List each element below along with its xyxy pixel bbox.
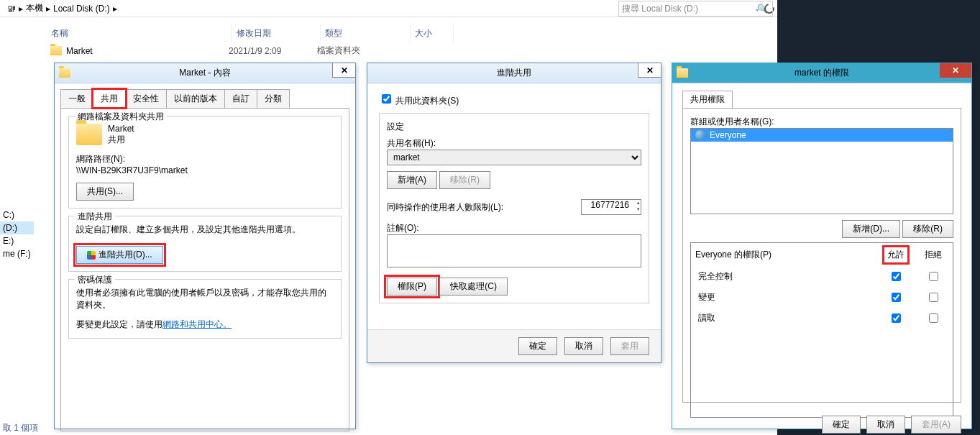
col-name[interactable]: 名稱 — [47, 24, 232, 42]
tab-general[interactable]: 一般 — [60, 89, 93, 108]
search-icon: 🔍 — [757, 4, 768, 14]
adv-desc: 設定自訂權限、建立多個共用，及設定其他進階共用選項。 — [76, 224, 334, 236]
permissions-button[interactable]: 權限(P) — [387, 278, 437, 296]
folder-row-market[interactable]: Market 2021/1/9 2:09 檔案資料夾 — [50, 45, 407, 57]
tab-previous[interactable]: 以前的版本 — [166, 89, 225, 108]
share-button[interactable]: 共用(S)... — [76, 183, 134, 201]
advanced-sharing-button[interactable]: 進階共用(D)... — [76, 246, 163, 264]
sharename-combo[interactable]: market — [387, 150, 641, 165]
close-button[interactable]: ✕ — [940, 63, 971, 78]
group-title: 進階共用 — [75, 211, 115, 223]
remove-button: 移除(R) — [439, 171, 490, 189]
group-title: 網路檔案及資料夾共用 — [75, 111, 167, 123]
column-headers[interactable]: 名稱 修改日期 類型 大小 — [47, 24, 460, 42]
tab-security[interactable]: 安全性 — [125, 89, 167, 108]
tab-custom[interactable]: 自訂 — [224, 89, 257, 108]
cancel-button[interactable]: 取消 — [866, 416, 905, 434]
comment-input[interactable] — [387, 234, 641, 267]
list-item-everyone[interactable]: Everyone — [691, 129, 953, 142]
tree-e[interactable]: E:) — [0, 234, 34, 247]
shield-icon — [87, 251, 96, 260]
network-center-link[interactable]: 網路和共用中心。 — [162, 319, 232, 329]
col-date[interactable]: 修改日期 — [232, 24, 321, 42]
permissions-table: Everyone 的權限(P) 允許 拒絕 完全控制 變更 讀取 — [690, 242, 953, 418]
tab-sharing[interactable]: 共用 — [93, 89, 126, 108]
share-checkbox[interactable]: 共用此資料夾(S) — [379, 92, 649, 107]
properties-dialog: Market - 內容 ✕ 一般 共用 安全性 以前的版本 自訂 分類 網路檔案… — [54, 63, 356, 429]
close-button[interactable]: ✕ — [332, 63, 355, 78]
status-bar: 取 1 個項目 — [0, 419, 47, 435]
apply-button: 套用 — [610, 337, 649, 355]
add-button[interactable]: 新增(A) — [387, 171, 437, 189]
remove-button[interactable]: 移除(R) — [902, 220, 953, 238]
add-button[interactable]: 新增(D)... — [842, 220, 900, 238]
tree-d[interactable]: (D:) — [0, 221, 34, 234]
allow-header: 允許 — [884, 247, 907, 262]
allow-read-checkbox[interactable] — [892, 313, 901, 323]
deny-header: 拒絕 — [915, 244, 951, 265]
folder-type: 檔案資料夾 — [317, 45, 407, 57]
dialog-title-bar[interactable]: Market - 內容 ✕ — [55, 63, 355, 83]
tab-content: 網路檔案及資料夾共用 Market 共用 網路路徑(N): \\WIN-B29K… — [60, 108, 349, 431]
netpath-label: 網路路徑(N): — [76, 153, 334, 165]
password-group: 密碼保護 使用者必須擁有此電腦的使用者帳戶以及密碼，才能存取您共用的資料夾。 要… — [68, 279, 342, 339]
dialog-title: market 的權限 — [794, 67, 849, 79]
deny-change-checkbox[interactable] — [929, 293, 938, 302]
col-size[interactable]: 大小 — [411, 24, 454, 42]
search-input[interactable]: 搜尋 Local Disk (D:) 🔍 — [618, 1, 773, 17]
folder-icon — [59, 68, 70, 78]
groups-label: 群組或使用者名稱(G): — [690, 116, 953, 128]
tree-f[interactable]: me (F:) — [0, 247, 34, 260]
folder-icon — [50, 46, 62, 55]
allow-change-checkbox[interactable] — [892, 293, 901, 302]
cancel-button[interactable]: 取消 — [564, 337, 603, 355]
perm-label: 讀取 — [692, 308, 876, 328]
perm-row-change: 變更 — [692, 288, 951, 307]
breadcrumb-disk[interactable]: Local Disk (D:) — [52, 4, 111, 14]
caching-button[interactable]: 快取處理(C) — [439, 278, 508, 296]
perm-row-full: 完全控制 — [692, 267, 951, 286]
advanced-sharing-dialog: 進階共用 ✕ 共用此資料夾(S) 設定 共用名稱(H): market 新增(A… — [367, 63, 661, 363]
netpath-value: \\WIN-B29K3R7U3F9\market — [76, 165, 334, 175]
tree-c[interactable]: C:) — [0, 209, 34, 221]
chevron-right-icon: ▸ — [45, 4, 52, 14]
folder-icon — [76, 124, 102, 145]
close-button[interactable]: ✕ — [638, 63, 661, 78]
tab-share-permissions[interactable]: 共用權限 — [682, 91, 733, 108]
chevron-right-icon: ▸ — [17, 4, 24, 14]
dialog-buttons: 確定 取消 套用 — [367, 329, 661, 362]
dialog-title-bar[interactable]: 進階共用 ✕ — [367, 63, 661, 83]
pw-desc2: 要變更此設定，請使用 — [76, 319, 162, 329]
deny-full-checkbox[interactable] — [929, 272, 938, 281]
advanced-sharing-group: 進階共用 設定自訂權限、建立多個共用，及設定其他進階共用選項。 進階共用(D).… — [68, 216, 342, 272]
search-placeholder: 搜尋 Local Disk (D:) — [622, 3, 698, 15]
users-icon — [695, 130, 705, 140]
share-name: Market — [108, 124, 134, 134]
col-type[interactable]: 類型 — [321, 24, 411, 42]
folder-name: Market — [66, 46, 93, 56]
perm-label: 完全控制 — [692, 267, 876, 286]
tab-bar: 一般 共用 安全性 以前的版本 自訂 分類 — [60, 89, 349, 108]
ok-button[interactable]: 確定 — [822, 416, 861, 434]
share-cb-label: 共用此資料夾(S) — [395, 96, 459, 106]
permissions-dialog: market 的權限 ✕ 共用權限 群組或使用者名稱(G): Everyone … — [672, 63, 972, 429]
nav-tree[interactable]: C:) (D:) E:) me (F:) — [0, 209, 34, 260]
perm-row-read: 讀取 — [692, 308, 951, 328]
limit-spinner[interactable]: 16777216 — [581, 199, 641, 215]
allow-full-checkbox[interactable] — [892, 272, 901, 281]
folder-date: 2021/1/9 2:09 — [229, 46, 317, 56]
network-sharing-group: 網路檔案及資料夾共用 Market 共用 網路路徑(N): \\WIN-B29K… — [68, 116, 342, 209]
deny-read-checkbox[interactable] — [929, 313, 938, 323]
share-status: 共用 — [108, 134, 134, 146]
perm-for-label: Everyone 的權限(P) — [692, 244, 876, 265]
perm-label: 變更 — [692, 288, 876, 307]
dialog-title: 進階共用 — [497, 67, 531, 79]
chevron-right-icon: ▸ — [111, 4, 119, 14]
tab-category[interactable]: 分類 — [257, 89, 290, 108]
ok-button[interactable]: 確定 — [518, 337, 557, 355]
users-listbox[interactable]: Everyone — [690, 128, 953, 214]
folder-icon — [677, 68, 688, 78]
dialog-title-bar[interactable]: market 的權限 ✕ — [672, 63, 971, 83]
breadcrumb-pc[interactable]: 本機 — [24, 2, 45, 14]
settings-fieldset: 設定 共用名稱(H): market 新增(A) 移除(R) 同時操作的使用者人… — [379, 113, 649, 303]
